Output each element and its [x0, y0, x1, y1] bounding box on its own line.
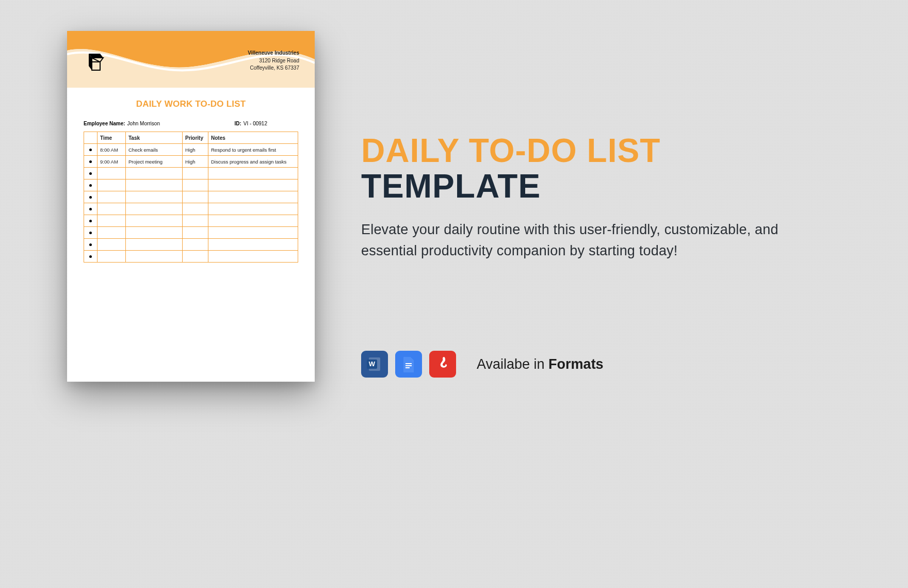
row-bullet	[84, 203, 98, 215]
employee-id-value: VI - 00912	[244, 121, 267, 126]
row-bullet	[84, 191, 98, 203]
row-bullet	[84, 168, 98, 179]
col-task: Task	[126, 132, 183, 143]
svg-rect-9	[406, 365, 412, 366]
document-page: Villeneuve Industries 3120 Ridge Road Co…	[67, 31, 315, 382]
row-notes: Discuss progress and assign tasks	[208, 156, 298, 167]
row-time	[98, 179, 126, 191]
row-task	[126, 227, 183, 238]
row-priority	[183, 251, 208, 262]
table-row: 8:00 AMCheck emailsHighRespond to urgent…	[84, 144, 298, 156]
row-priority	[183, 179, 208, 191]
table-row	[84, 179, 298, 191]
row-priority	[183, 215, 208, 226]
row-bullet	[84, 179, 98, 191]
company-address-line2: Coffeyville, KS 67337	[248, 64, 299, 72]
formats-row: W Availabe in Formats	[361, 351, 604, 378]
row-time	[98, 251, 126, 262]
table-row	[84, 239, 298, 251]
row-priority	[183, 168, 208, 179]
employee-name-value: John Morrison	[127, 121, 160, 126]
row-notes	[208, 191, 298, 203]
employee-name-label: Employee Name:	[84, 121, 125, 126]
company-address-block: Villeneuve Industries 3120 Ridge Road Co…	[248, 50, 299, 72]
row-task	[126, 168, 183, 179]
row-task	[126, 239, 183, 250]
row-notes	[208, 203, 298, 215]
table-row	[84, 215, 298, 227]
col-priority: Priority	[183, 132, 208, 143]
table-row: 9:00 AMProject meetingHighDiscuss progre…	[84, 156, 298, 168]
page-header: Villeneuve Industries 3120 Ridge Road Co…	[67, 31, 315, 88]
table-row	[84, 191, 298, 203]
word-icon: W	[361, 351, 388, 378]
row-time	[98, 203, 126, 215]
table-header-row: Time Task Priority Notes	[84, 132, 298, 144]
formats-prefix: Availabe in	[477, 356, 548, 372]
row-task	[126, 191, 183, 203]
svg-rect-8	[406, 363, 412, 364]
col-bullet	[84, 132, 98, 143]
row-bullet	[84, 144, 98, 155]
row-bullet	[84, 227, 98, 238]
promo-description: Elevate your daily routine with this use…	[361, 219, 784, 261]
row-bullet	[84, 156, 98, 167]
table-row	[84, 251, 298, 263]
promo-heading-line2: TEMPLATE	[361, 169, 836, 204]
formats-bold: Formats	[548, 356, 604, 372]
promo-heading-line1: DAILY TO-DO LIST	[361, 134, 836, 167]
table-row	[84, 227, 298, 239]
row-time	[98, 227, 126, 238]
row-priority	[183, 227, 208, 238]
row-task	[126, 215, 183, 226]
row-bullet	[84, 251, 98, 262]
svg-text:W: W	[369, 360, 376, 368]
row-notes	[208, 239, 298, 250]
row-task	[126, 251, 183, 262]
company-name: Villeneuve Industries	[248, 50, 299, 57]
row-priority	[183, 191, 208, 203]
row-task: Check emails	[126, 144, 183, 155]
row-time: 8:00 AM	[98, 144, 126, 155]
row-notes	[208, 179, 298, 191]
row-notes	[208, 227, 298, 238]
svg-rect-10	[406, 367, 410, 368]
employee-meta-row: Employee Name: John Morrison ID: VI - 00…	[67, 121, 315, 126]
row-priority: High	[183, 144, 208, 155]
row-priority	[183, 239, 208, 250]
row-bullet	[84, 239, 98, 250]
row-time	[98, 191, 126, 203]
formats-label: Availabe in Formats	[477, 356, 604, 372]
row-time	[98, 239, 126, 250]
row-task	[126, 179, 183, 191]
todo-table: Time Task Priority Notes 8:00 AMCheck em…	[84, 132, 298, 263]
row-priority: High	[183, 156, 208, 167]
row-notes: Respond to urgent emails first	[208, 144, 298, 155]
google-docs-icon	[395, 351, 422, 378]
pdf-icon	[429, 351, 456, 378]
document-title: DAILY WORK TO-DO LIST	[67, 99, 315, 109]
table-row	[84, 203, 298, 215]
row-notes	[208, 251, 298, 262]
row-time	[98, 215, 126, 226]
row-time	[98, 168, 126, 179]
col-time: Time	[98, 132, 126, 143]
company-logo	[83, 51, 105, 73]
col-notes: Notes	[208, 132, 298, 143]
table-row	[84, 168, 298, 179]
row-time: 9:00 AM	[98, 156, 126, 167]
promo-block: DAILY TO-DO LIST TEMPLATE Elevate your d…	[361, 134, 836, 261]
employee-id-label: ID:	[235, 121, 241, 126]
row-notes	[208, 168, 298, 179]
row-bullet	[84, 215, 98, 226]
row-notes	[208, 215, 298, 226]
row-task	[126, 203, 183, 215]
company-address-line1: 3120 Ridge Road	[248, 57, 299, 65]
row-priority	[183, 203, 208, 215]
row-task: Project meeting	[126, 156, 183, 167]
